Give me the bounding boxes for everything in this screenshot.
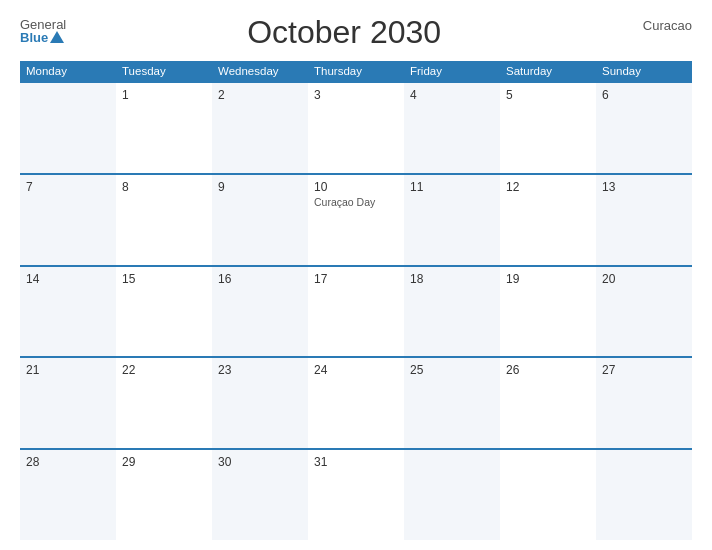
cal-cell-w3-d5: 18 xyxy=(404,267,500,357)
month-title: October 2030 xyxy=(66,14,622,51)
cal-cell-w2-d7: 13 xyxy=(596,175,692,265)
cal-cell-w4-d6: 26 xyxy=(500,358,596,448)
cal-cell-w4-d4: 24 xyxy=(308,358,404,448)
day-event: Curaçao Day xyxy=(314,196,398,208)
cal-cell-w3-d1: 14 xyxy=(20,267,116,357)
day-number: 26 xyxy=(506,363,590,377)
cal-cell-w5-d5 xyxy=(404,450,500,540)
calendar-week-4: 21222324252627 xyxy=(20,356,692,448)
cal-cell-w4-d7: 27 xyxy=(596,358,692,448)
cal-cell-w5-d7 xyxy=(596,450,692,540)
calendar-week-3: 14151617181920 xyxy=(20,265,692,357)
cal-cell-w2-d1: 7 xyxy=(20,175,116,265)
page: General Blue October 2030 Curacao Monday… xyxy=(0,0,712,550)
day-number: 23 xyxy=(218,363,302,377)
cal-cell-w5-d3: 30 xyxy=(212,450,308,540)
day-number: 9 xyxy=(218,180,302,194)
day-number: 6 xyxy=(602,88,686,102)
day-number: 18 xyxy=(410,272,494,286)
col-wednesday: Wednesday xyxy=(212,61,308,81)
cal-cell-w2-d5: 11 xyxy=(404,175,500,265)
day-number: 29 xyxy=(122,455,206,469)
day-number: 25 xyxy=(410,363,494,377)
cal-cell-w3-d3: 16 xyxy=(212,267,308,357)
cal-cell-w2-d2: 8 xyxy=(116,175,212,265)
calendar-week-5: 28293031 xyxy=(20,448,692,540)
cal-cell-w3-d7: 20 xyxy=(596,267,692,357)
day-number: 10 xyxy=(314,180,398,194)
cal-cell-w4-d5: 25 xyxy=(404,358,500,448)
calendar-header: Monday Tuesday Wednesday Thursday Friday… xyxy=(20,61,692,81)
cal-cell-w2-d6: 12 xyxy=(500,175,596,265)
cal-cell-w4-d2: 22 xyxy=(116,358,212,448)
country-label: Curacao xyxy=(622,18,692,33)
cal-cell-w5-d1: 28 xyxy=(20,450,116,540)
day-number: 4 xyxy=(410,88,494,102)
day-number: 1 xyxy=(122,88,206,102)
header: General Blue October 2030 Curacao xyxy=(20,18,692,51)
day-number: 13 xyxy=(602,180,686,194)
cal-cell-w1-d2: 1 xyxy=(116,83,212,173)
cal-cell-w1-d5: 4 xyxy=(404,83,500,173)
cal-cell-w3-d6: 19 xyxy=(500,267,596,357)
col-saturday: Saturday xyxy=(500,61,596,81)
day-number: 28 xyxy=(26,455,110,469)
cal-cell-w1-d6: 5 xyxy=(500,83,596,173)
day-number: 5 xyxy=(506,88,590,102)
col-monday: Monday xyxy=(20,61,116,81)
logo-blue-text: Blue xyxy=(20,31,64,44)
cal-cell-w4-d1: 21 xyxy=(20,358,116,448)
day-number: 2 xyxy=(218,88,302,102)
cal-cell-w2-d4: 10Curaçao Day xyxy=(308,175,404,265)
day-number: 8 xyxy=(122,180,206,194)
day-number: 24 xyxy=(314,363,398,377)
day-number: 27 xyxy=(602,363,686,377)
col-thursday: Thursday xyxy=(308,61,404,81)
logo: General Blue xyxy=(20,18,66,44)
cal-cell-w1-d7: 6 xyxy=(596,83,692,173)
calendar: Monday Tuesday Wednesday Thursday Friday… xyxy=(20,61,692,540)
cal-cell-w2-d3: 9 xyxy=(212,175,308,265)
day-number: 15 xyxy=(122,272,206,286)
cal-cell-w5-d2: 29 xyxy=(116,450,212,540)
day-number: 20 xyxy=(602,272,686,286)
cal-cell-w3-d4: 17 xyxy=(308,267,404,357)
day-number: 22 xyxy=(122,363,206,377)
cal-cell-w1-d4: 3 xyxy=(308,83,404,173)
day-number: 11 xyxy=(410,180,494,194)
day-number: 17 xyxy=(314,272,398,286)
day-number: 30 xyxy=(218,455,302,469)
day-number: 16 xyxy=(218,272,302,286)
day-number: 7 xyxy=(26,180,110,194)
col-tuesday: Tuesday xyxy=(116,61,212,81)
calendar-body: 12345678910Curaçao Day111213141516171819… xyxy=(20,81,692,540)
logo-triangle-icon xyxy=(50,31,64,43)
calendar-week-2: 78910Curaçao Day111213 xyxy=(20,173,692,265)
cal-cell-w5-d6 xyxy=(500,450,596,540)
day-number: 14 xyxy=(26,272,110,286)
day-number: 3 xyxy=(314,88,398,102)
cal-cell-w3-d2: 15 xyxy=(116,267,212,357)
cal-cell-w1-d3: 2 xyxy=(212,83,308,173)
cal-cell-w5-d4: 31 xyxy=(308,450,404,540)
day-number: 19 xyxy=(506,272,590,286)
calendar-week-1: 123456 xyxy=(20,81,692,173)
cal-cell-w1-d1 xyxy=(20,83,116,173)
cal-cell-w4-d3: 23 xyxy=(212,358,308,448)
col-sunday: Sunday xyxy=(596,61,692,81)
day-number: 12 xyxy=(506,180,590,194)
day-number: 21 xyxy=(26,363,110,377)
day-number: 31 xyxy=(314,455,398,469)
col-friday: Friday xyxy=(404,61,500,81)
